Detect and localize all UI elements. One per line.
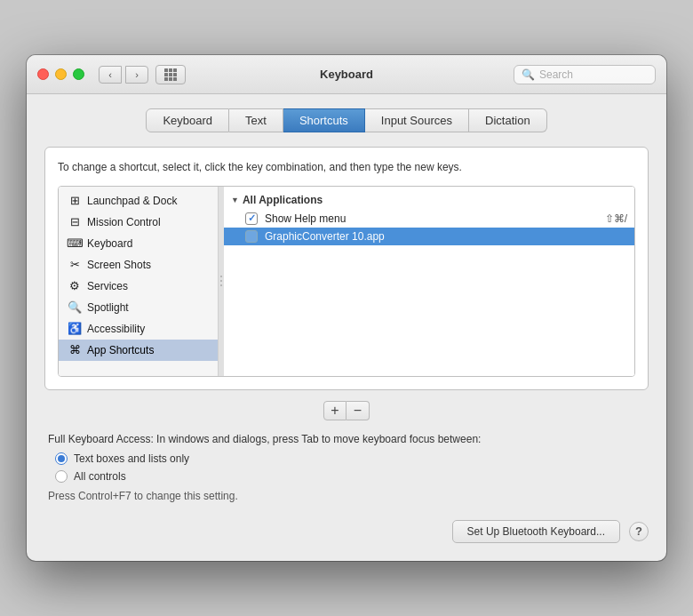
shortcut-name-show-help: Show Help menu [265,212,598,225]
tab-dictation[interactable]: Dictation [469,108,547,132]
bluetooth-button[interactable]: Set Up Bluetooth Keyboard... [452,520,620,543]
tab-input-sources[interactable]: Input Sources [365,108,469,132]
section-header[interactable]: ▼ All Applications [224,190,634,210]
shortcut-name-graphic-converter: GraphicConverter 10.app [265,230,620,243]
sidebar-item-label-keyboard: Keyboard [87,237,132,250]
checkbox-graphic-converter[interactable] [245,230,258,243]
help-button[interactable]: ? [629,522,649,541]
launchpad-icon: ⊞ [68,194,82,208]
fka-label: Full Keyboard Access: In windows and dia… [48,433,645,445]
radio-group: Text boxes and lists only All controls [55,452,645,483]
sidebar-item-label-mission-control: Mission Control [87,216,161,228]
window-title: Keyboard [320,68,373,81]
tab-text[interactable]: Text [229,108,283,132]
maximize-button[interactable] [73,68,84,80]
titlebar: ‹ › Keyboard 🔍 [27,55,666,94]
radio-inner-text-boxes [58,455,65,462]
sidebar-item-screenshots[interactable]: ✂ Screen Shots [59,254,218,276]
instruction-text: To change a shortcut, select it, click t… [58,160,635,175]
fka-section: Full Keyboard Access: In windows and dia… [44,433,649,502]
section-label: All Applications [243,194,323,206]
services-icon: ⚙ [68,279,82,293]
sidebar-item-keyboard[interactable]: ⌨ Keyboard [59,233,218,254]
radio-label-text-boxes: Text boxes and lists only [74,452,189,465]
triangle-icon: ▼ [231,196,239,204]
checkbox-show-help[interactable]: ✓ [245,212,258,225]
sidebar-item-label-accessibility: Accessibility [87,323,145,335]
search-input[interactable] [539,68,648,81]
sidebar-item-launchpad[interactable]: ⊞ Launchpad & Dock [59,190,218,212]
radio-item-all-controls[interactable]: All controls [55,470,645,483]
search-box[interactable]: 🔍 [514,65,656,84]
add-remove-row: + − [44,401,649,420]
search-icon: 🔍 [522,68,535,81]
tab-shortcuts[interactable]: Shortcuts [283,108,365,132]
sidebar-item-accessibility[interactable]: ♿ Accessibility [59,318,218,340]
grid-icon [164,68,177,81]
forward-button[interactable]: › [125,66,148,84]
minimize-button[interactable] [55,68,67,80]
sidebar-item-label-screenshots: Screen Shots [87,259,151,271]
shortcut-row-graphic-converter[interactable]: GraphicConverter 10.app [224,228,634,245]
tab-bar: Keyboard Text Shortcuts Input Sources Di… [44,108,649,132]
spotlight-icon: 🔍 [68,300,82,315]
add-shortcut-button[interactable]: + [323,401,346,420]
tab-keyboard[interactable]: Keyboard [146,108,229,132]
ctrl-hint: Press Control+F7 to change this setting. [48,490,645,502]
sidebar-item-label-launchpad: Launchpad & Dock [87,195,177,207]
main-window: ‹ › Keyboard 🔍 Keyboard Text Shortcuts I… [27,55,666,561]
accessibility-icon: ♿ [68,322,82,336]
radio-text-boxes[interactable] [55,452,68,465]
shortcut-keys-show-help: ⇧⌘/ [605,212,627,225]
sidebar-item-app-shortcuts[interactable]: ⌘ App Shortcuts [59,340,218,361]
sidebar-item-label-spotlight: Spotlight [87,301,129,314]
traffic-lights [37,68,84,80]
radio-item-text-boxes[interactable]: Text boxes and lists only [55,452,645,465]
remove-shortcut-button[interactable]: − [346,401,370,420]
divider-handle [220,276,222,286]
right-panel: ▼ All Applications ✓ Show Help menu ⇧⌘/ … [224,187,634,376]
radio-label-all-controls: All controls [74,470,126,483]
main-panel: To change a shortcut, select it, click t… [44,147,649,390]
nav-buttons: ‹ › [99,66,148,84]
sidebar-item-services[interactable]: ⚙ Services [59,276,218,297]
app-shortcuts-icon: ⌘ [68,343,82,357]
radio-all-controls[interactable] [55,470,68,483]
split-view: ⊞ Launchpad & Dock ⊟ Mission Control ⌨ K… [58,186,635,377]
sidebar-item-label-app-shortcuts: App Shortcuts [87,344,154,356]
sidebar-item-label-services: Services [87,280,128,292]
content-area: Keyboard Text Shortcuts Input Sources Di… [27,94,666,561]
sidebar-item-mission-control[interactable]: ⊟ Mission Control [59,212,218,233]
mission-control-icon: ⊟ [68,215,82,229]
sidebar-item-spotlight[interactable]: 🔍 Spotlight [59,297,218,318]
keyboard-icon: ⌨ [68,236,82,251]
grid-button[interactable] [155,65,186,84]
left-sidebar: ⊞ Launchpad & Dock ⊟ Mission Control ⌨ K… [59,187,219,376]
back-button[interactable]: ‹ [99,66,122,84]
screenshots-icon: ✂ [68,258,82,272]
shortcut-row-show-help[interactable]: ✓ Show Help menu ⇧⌘/ [224,210,634,228]
bottom-bar: Set Up Bluetooth Keyboard... ? [44,516,649,547]
close-button[interactable] [37,68,49,80]
